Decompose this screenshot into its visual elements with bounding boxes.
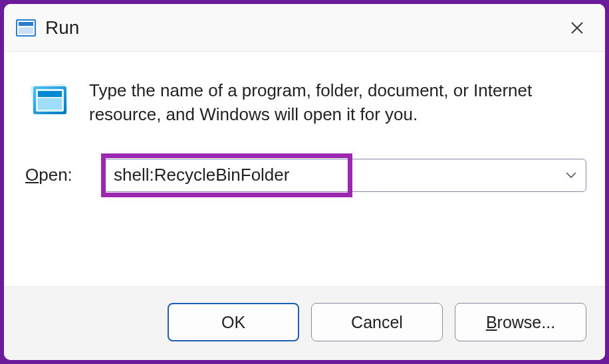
run-dialog: Run <box>4 4 605 360</box>
browse-button[interactable]: Browse... <box>455 303 586 341</box>
run-icon-large <box>28 81 70 121</box>
content-area: Type the name of a program, folder, docu… <box>4 52 605 286</box>
run-icon <box>16 19 36 37</box>
svg-rect-2 <box>19 22 33 26</box>
svg-rect-9 <box>38 98 62 110</box>
window-title: Run <box>45 17 561 39</box>
button-bar: OK Cancel Browse... <box>4 286 605 360</box>
open-input[interactable] <box>104 159 586 192</box>
description-text: Type the name of a program, folder, docu… <box>89 78 586 127</box>
cancel-button[interactable]: Cancel <box>311 303 443 341</box>
open-label: Open: <box>25 165 92 185</box>
ok-button[interactable]: OK <box>168 303 299 341</box>
svg-rect-3 <box>19 27 33 34</box>
input-row: Open: <box>25 159 586 192</box>
close-icon <box>570 21 584 35</box>
titlebar: Run <box>4 4 605 52</box>
svg-rect-8 <box>38 91 62 97</box>
description-row: Type the name of a program, folder, docu… <box>23 78 586 127</box>
close-button[interactable] <box>561 12 593 44</box>
combo-wrapper <box>104 159 586 192</box>
